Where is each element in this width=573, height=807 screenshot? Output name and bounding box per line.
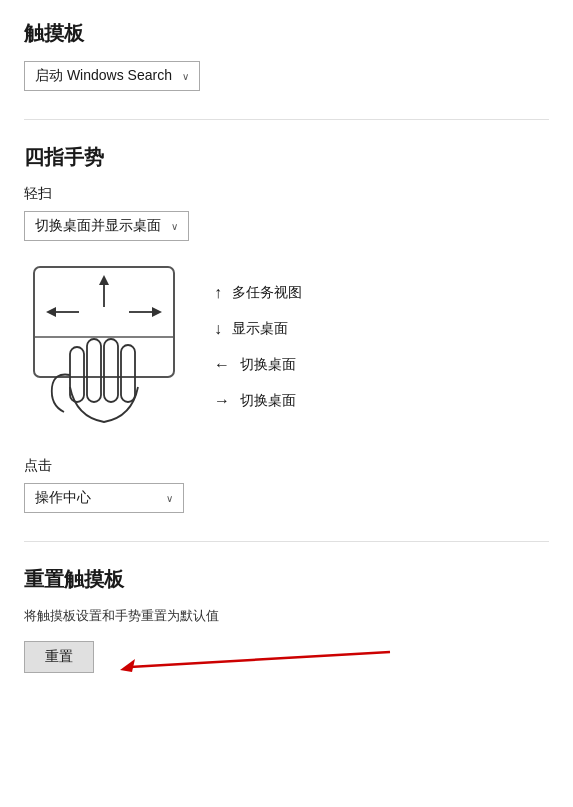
- reset-button[interactable]: 重置: [24, 641, 94, 673]
- right-arrow-icon: →: [214, 392, 230, 410]
- tap-label: 点击: [24, 457, 549, 475]
- swipe-subsection: 轻扫 切换桌面并显示桌面 ∨: [24, 185, 549, 437]
- chevron-down-icon: ∨: [171, 221, 178, 232]
- gesture-visual: ↑ 多任务视图 ↓ 显示桌面 ← 切换桌面 → 切换桌面: [24, 257, 549, 437]
- section-divider-2: [24, 541, 549, 542]
- swipe-label: 轻扫: [24, 185, 549, 203]
- four-finger-title: 四指手势: [24, 144, 549, 171]
- hand-illustration: [24, 257, 184, 437]
- swipe-dropdown[interactable]: 切换桌面并显示桌面 ∨: [24, 211, 189, 241]
- touchpad-section: 触摸板 启动 Windows Search ∨: [24, 20, 549, 91]
- svg-marker-3: [99, 275, 109, 285]
- gesture-labels: ↑ 多任务视图 ↓ 显示桌面 ← 切换桌面 → 切换桌面: [214, 284, 302, 410]
- four-finger-section: 四指手势 轻扫 切换桌面并显示桌面 ∨: [24, 144, 549, 513]
- gesture-label-up: 多任务视图: [232, 284, 302, 302]
- red-arrow-indicator: [110, 637, 410, 677]
- reset-section: 重置触摸板 将触摸板设置和手势重置为默认值 重置: [24, 566, 549, 677]
- tap-subsection: 点击 操作中心 ∨: [24, 457, 549, 513]
- gesture-item-up: ↑ 多任务视图: [214, 284, 302, 302]
- gesture-item-right: → 切换桌面: [214, 392, 302, 410]
- gesture-item-down: ↓ 显示桌面: [214, 320, 302, 338]
- svg-line-12: [130, 652, 390, 667]
- tap-dropdown[interactable]: 操作中心 ∨: [24, 483, 184, 513]
- swipe-dropdown-label: 切换桌面并显示桌面: [35, 217, 161, 235]
- left-arrow-icon: ←: [214, 356, 230, 374]
- gesture-label-down: 显示桌面: [232, 320, 288, 338]
- svg-rect-11: [121, 345, 135, 402]
- down-arrow-icon: ↓: [214, 320, 222, 338]
- reset-title: 重置触摸板: [24, 566, 549, 593]
- chevron-down-icon: ∨: [182, 71, 189, 82]
- gesture-item-left: ← 切换桌面: [214, 356, 302, 374]
- up-arrow-icon: ↑: [214, 284, 222, 302]
- touchpad-dropdown[interactable]: 启动 Windows Search ∨: [24, 61, 200, 91]
- tap-dropdown-label: 操作中心: [35, 489, 91, 507]
- svg-marker-7: [152, 307, 162, 317]
- reset-description: 将触摸板设置和手势重置为默认值: [24, 607, 549, 625]
- chevron-down-icon: ∨: [166, 493, 173, 504]
- svg-rect-10: [104, 339, 118, 402]
- touchpad-dropdown-label: 启动 Windows Search: [35, 67, 172, 85]
- section-divider: [24, 119, 549, 120]
- reset-row: 重置: [24, 637, 549, 677]
- gesture-label-right: 切换桌面: [240, 392, 296, 410]
- svg-rect-9: [87, 339, 101, 402]
- svg-marker-13: [120, 659, 135, 672]
- touchpad-title: 触摸板: [24, 20, 549, 47]
- gesture-label-left: 切换桌面: [240, 356, 296, 374]
- svg-marker-5: [46, 307, 56, 317]
